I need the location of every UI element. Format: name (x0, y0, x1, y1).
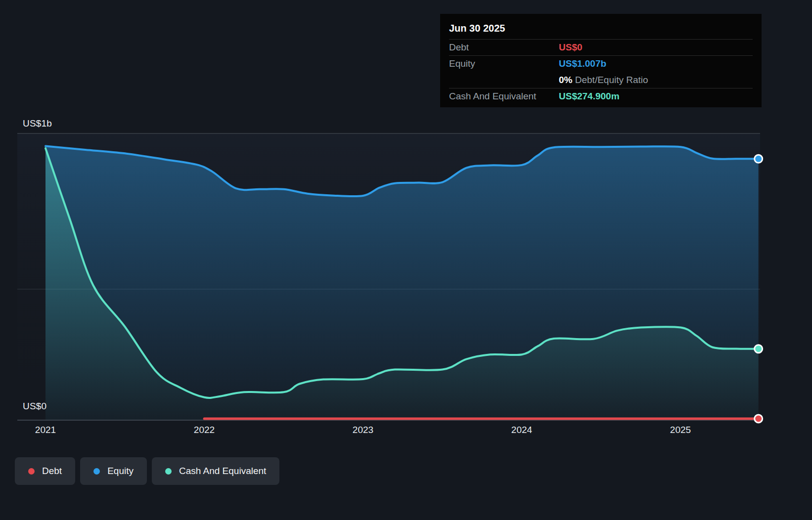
tooltip-rows: DebtUS$0EquityUS$1.007b0% Debt/Equity Ra… (449, 39, 753, 104)
tooltip-row-label: Cash And Equivalent (449, 91, 559, 102)
tooltip-row: Cash And EquivalentUS$274.900m (449, 88, 753, 104)
legend-item-debt[interactable]: Debt (15, 457, 75, 485)
cash-end-marker (755, 345, 763, 353)
tooltip-ratio-value: 0% Debt/Equity Ratio (559, 75, 648, 86)
tooltip-row-value: US$0 (559, 42, 583, 53)
x-axis-label-2025: 2025 (670, 425, 691, 435)
legend-item-cash-and-equivalent[interactable]: Cash And Equivalent (152, 457, 279, 485)
tooltip-row-label: Equity (449, 58, 559, 69)
tooltip-row-value: US$274.900m (559, 91, 620, 102)
debt-equity-chart-canvas: US$1b US$0 20212022202320242025 Jun 30 2… (0, 0, 812, 520)
tooltip: Jun 30 2025 DebtUS$0EquityUS$1.007b0% De… (440, 14, 762, 107)
debt-end-marker (755, 415, 763, 423)
tooltip-date: Jun 30 2025 (449, 20, 753, 39)
tooltip-row: EquityUS$1.007b (449, 55, 753, 72)
tooltip-row-label: Debt (449, 42, 559, 53)
tooltip-row: DebtUS$0 (449, 39, 753, 55)
x-axis-label-2021: 2021 (35, 425, 56, 435)
y-axis-label-1b: US$1b (23, 118, 52, 129)
y-axis-label-0: US$0 (23, 401, 46, 412)
x-axis-label-2023: 2023 (353, 425, 373, 435)
legend: DebtEquityCash And Equivalent (15, 457, 279, 485)
x-axis-label-2024: 2024 (511, 425, 532, 435)
legend-item-equity[interactable]: Equity (80, 457, 147, 485)
legend-dot-icon (28, 468, 35, 475)
tooltip-row-value: US$1.007b (559, 58, 606, 69)
legend-dot-icon (165, 468, 172, 475)
x-axis-label-2022: 2022 (194, 425, 215, 435)
legend-label: Equity (107, 466, 134, 477)
legend-label: Cash And Equivalent (179, 466, 266, 477)
tooltip-ratio-row: 0% Debt/Equity Ratio (449, 72, 753, 88)
equity-end-marker (755, 155, 763, 163)
legend-label: Debt (42, 466, 62, 477)
legend-dot-icon (93, 468, 100, 475)
